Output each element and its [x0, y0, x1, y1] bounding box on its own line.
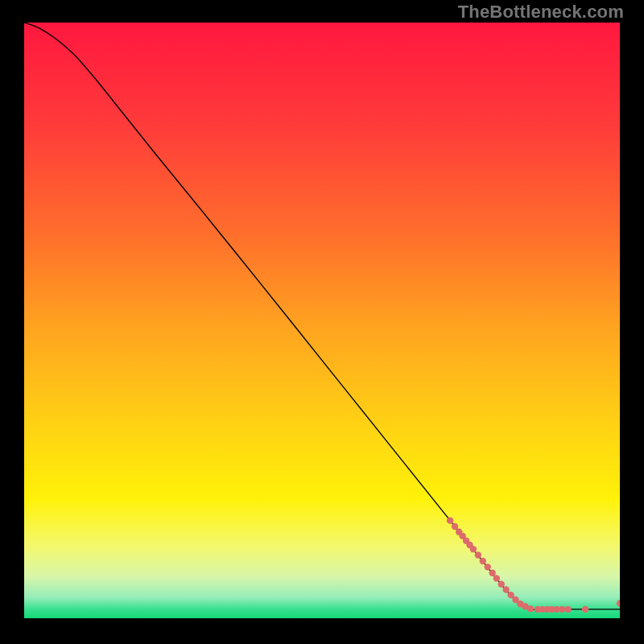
attribution-watermark: TheBottleneck.com	[458, 2, 624, 23]
background-gradient	[24, 23, 620, 618]
svg-rect-0	[24, 23, 620, 618]
plot-area	[24, 23, 620, 618]
chart-stage: TheBottleneck.com	[0, 0, 644, 644]
